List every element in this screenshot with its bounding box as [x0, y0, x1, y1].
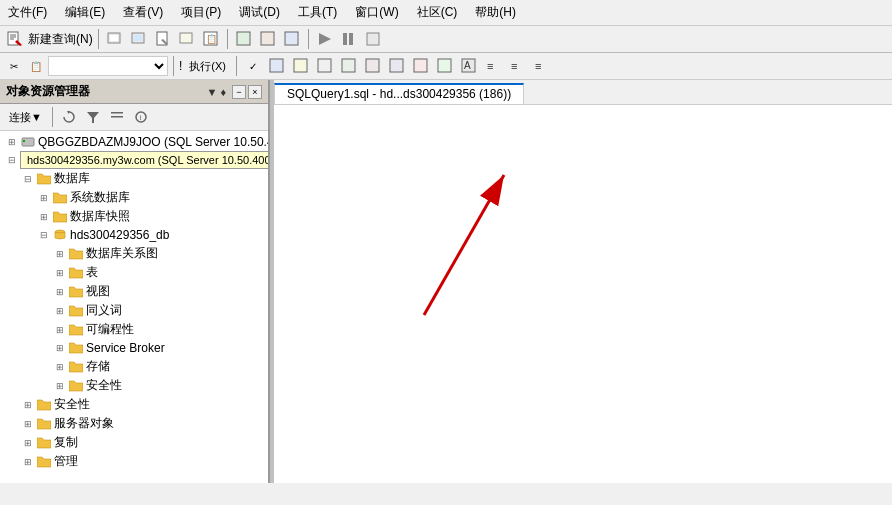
expander-server-security[interactable]: ⊞ [20, 397, 36, 413]
database-selector[interactable] [48, 56, 168, 76]
execute-button[interactable]: 执行(X) [184, 55, 231, 77]
tree-server-security[interactable]: ⊞ 安全性 [0, 395, 268, 414]
toolbar-btn-16[interactable] [362, 55, 384, 77]
tree-synonyms[interactable]: ⊞ 同义词 [0, 301, 268, 320]
toolbar-btn-5[interactable]: 📋 [200, 28, 222, 50]
tree-hds-db[interactable]: ⊟ hds300429356_db [0, 226, 268, 244]
toolbar-btn-17[interactable] [386, 55, 408, 77]
toolbar-btn-12[interactable] [266, 55, 288, 77]
menu-project[interactable]: 项目(P) [173, 2, 229, 23]
expander-tables[interactable]: ⊞ [52, 265, 68, 281]
toolbar-btn-3[interactable] [152, 28, 174, 50]
toolbar-btn-22[interactable]: ≡ [506, 55, 528, 77]
menu-community[interactable]: 社区(C) [409, 2, 466, 23]
menu-edit[interactable]: 编辑(E) [57, 2, 113, 23]
tree-programmability[interactable]: ⊞ 可编程性 [0, 320, 268, 339]
expander-storage[interactable]: ⊞ [52, 359, 68, 375]
svg-rect-19 [349, 33, 353, 45]
toolbar-btn-8[interactable] [281, 28, 303, 50]
svg-rect-11 [180, 33, 192, 43]
svg-rect-28 [438, 59, 451, 72]
expander-management[interactable]: ⊞ [20, 454, 36, 470]
tree-storage[interactable]: ⊞ 存储 [0, 357, 268, 376]
cut-btn[interactable]: ✂ [4, 56, 24, 76]
parse-btn[interactable]: ✓ [242, 55, 264, 77]
tree-system-db[interactable]: ⊞ 系统数据库 [0, 188, 268, 207]
menu-view[interactable]: 查看(V) [115, 2, 171, 23]
expander-db-snapshots[interactable]: ⊞ [36, 209, 52, 225]
folder-icon-diagram [68, 246, 84, 262]
tree-server-1[interactable]: ⊞ QBGGZBDAZMJ9JOO (SQL Server 10.50.4000… [0, 133, 268, 151]
connect-button[interactable]: 连接▼ [4, 106, 47, 128]
panel-close-button[interactable]: × [248, 85, 262, 99]
svg-rect-37 [111, 112, 123, 114]
toolbar-btn-7[interactable] [257, 28, 279, 50]
tree-service-broker[interactable]: ⊞ Service Broker [0, 339, 268, 357]
tree-replication[interactable]: ⊞ 复制 [0, 433, 268, 452]
query-editor-area[interactable] [274, 105, 892, 483]
svg-rect-23 [318, 59, 331, 72]
toolbar-btn-21[interactable]: ≡ [482, 55, 504, 77]
toolbar-btn-23[interactable]: ≡ [530, 55, 552, 77]
expander-views[interactable]: ⊞ [52, 284, 68, 300]
copy-btn[interactable]: 📋 [26, 56, 46, 76]
svg-rect-21 [270, 59, 283, 72]
tree-views[interactable]: ⊞ 视图 [0, 282, 268, 301]
panel-dock-button[interactable]: − [232, 85, 246, 99]
toolbar-btn-1[interactable] [104, 28, 126, 50]
expander-server-1[interactable]: ⊞ [4, 134, 20, 150]
menu-debug[interactable]: 调试(D) [231, 2, 288, 23]
menu-file[interactable]: 文件(F) [0, 2, 55, 23]
toolbar-btn-9[interactable] [314, 28, 336, 50]
new-query-button[interactable] [4, 28, 26, 50]
tree-db-snapshots[interactable]: ⊞ 数据库快照 [0, 207, 268, 226]
svg-rect-25 [366, 59, 379, 72]
explorer-props-btn[interactable]: i [130, 106, 152, 128]
expander-synonyms[interactable]: ⊞ [52, 303, 68, 319]
expander-databases[interactable]: ⊟ [20, 171, 36, 187]
toolbar-btn-15[interactable] [338, 55, 360, 77]
explorer-filter-btn[interactable] [82, 106, 104, 128]
panel-header: 对象资源管理器 ▼ ♦ − × [0, 80, 268, 104]
toolbar-btn-13[interactable] [290, 55, 312, 77]
db-snapshots-label: 数据库快照 [70, 208, 130, 225]
exp-sep1 [52, 107, 53, 127]
folder-icon-views [68, 284, 84, 300]
menu-help[interactable]: 帮助(H) [467, 2, 524, 23]
menu-tools[interactable]: 工具(T) [290, 2, 345, 23]
toolbar-btn-4[interactable] [176, 28, 198, 50]
object-tree[interactable]: ⊞ QBGGZBDAZMJ9JOO (SQL Server 10.50.4000… [0, 131, 268, 483]
toolbar-btn-11[interactable] [362, 28, 384, 50]
svg-rect-18 [343, 33, 347, 45]
expander-db-security[interactable]: ⊞ [52, 378, 68, 394]
toolbar-btn-20[interactable]: A [458, 55, 480, 77]
toolbar-btn-18[interactable] [410, 55, 432, 77]
expander-server-2[interactable]: ⊟ [4, 152, 20, 168]
toolbar-btn-19[interactable] [434, 55, 456, 77]
folder-icon-tables [68, 265, 84, 281]
tree-server-objects[interactable]: ⊞ 服务器对象 [0, 414, 268, 433]
toolbar-btn-2[interactable] [128, 28, 150, 50]
expander-service-broker[interactable]: ⊞ [52, 340, 68, 356]
tree-db-security[interactable]: ⊞ 安全性 [0, 376, 268, 395]
explorer-collapse-btn[interactable] [106, 106, 128, 128]
toolbar-btn-6[interactable] [233, 28, 255, 50]
expander-hds-db[interactable]: ⊟ [36, 227, 52, 243]
query-tab-1[interactable]: SQLQuery1.sql - hd...ds300429356 (186)) [274, 83, 524, 104]
management-label: 管理 [54, 453, 78, 470]
expander-replication[interactable]: ⊞ [20, 435, 36, 451]
tree-tables[interactable]: ⊞ 表 [0, 263, 268, 282]
toolbar-btn-14[interactable] [314, 55, 336, 77]
tree-db-diagram[interactable]: ⊞ 数据库关系图 [0, 244, 268, 263]
tree-management[interactable]: ⊞ 管理 [0, 452, 268, 471]
toolbar-btn-10[interactable] [338, 28, 360, 50]
folder-icon-databases [36, 171, 52, 187]
explorer-refresh-btn[interactable] [58, 106, 80, 128]
expander-programmability[interactable]: ⊞ [52, 322, 68, 338]
menu-window[interactable]: 窗口(W) [347, 2, 406, 23]
tree-databases[interactable]: ⊟ 数据库 [0, 169, 268, 188]
expander-db-diagram[interactable]: ⊞ [52, 246, 68, 262]
expander-server-objects[interactable]: ⊞ [20, 416, 36, 432]
system-db-label: 系统数据库 [70, 189, 130, 206]
expander-system-db[interactable]: ⊞ [36, 190, 52, 206]
